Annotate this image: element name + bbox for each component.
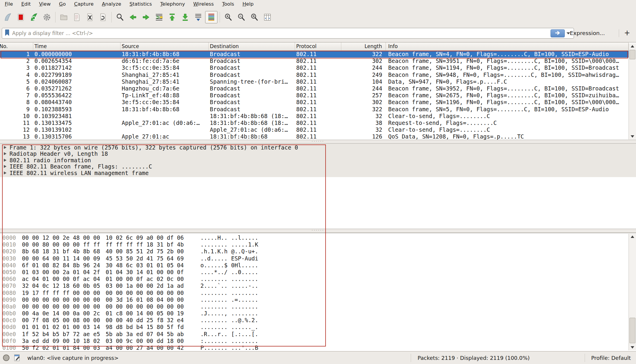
hex-row[interactable]: 00406f 01 08 82 84 8b 96 2430 48 6c 03 0… <box>2 262 636 269</box>
menu-file[interactable]: File <box>1 1 17 7</box>
hex-row[interactable]: 00b000 4a 0e 14 00 0a 00 2c01 c8 00 14 0… <box>2 310 636 317</box>
apply-filter-button[interactable] <box>551 29 565 37</box>
detail-bytes-splitter[interactable]: ······ <box>0 229 636 233</box>
scroll-down-button[interactable] <box>629 133 636 139</box>
stop-capture-button[interactable] <box>15 11 27 23</box>
hex-row[interactable]: 000000 00 12 00 2e 48 00 0010 02 6c 09 a… <box>2 234 636 241</box>
go-to-packet-button[interactable] <box>153 11 165 23</box>
list-detail-splitter[interactable]: ······ <box>0 140 636 144</box>
packet-list-scrollbar[interactable] <box>629 43 636 139</box>
expression-button[interactable]: Expression... <box>570 26 605 40</box>
display-filter-field[interactable] <box>2 28 574 39</box>
menu-view[interactable]: View <box>35 1 55 7</box>
auto-scroll-button[interactable] <box>192 11 204 23</box>
filter-bookmark-button[interactable] <box>2 29 12 38</box>
hex-dump: 000000 00 12 00 2e 48 00 0010 02 6c 09 a… <box>0 233 636 351</box>
packet-row[interactable]: 30.0118271423c:f5:cc:0e:35:84Broadcast80… <box>0 64 629 71</box>
go-last-packet-button[interactable] <box>179 11 191 23</box>
column-header-no[interactable]: No. <box>0 42 33 50</box>
hex-row[interactable]: 007032 04 0c 12 18 60 0b 0503 00 1a 00 0… <box>2 282 636 289</box>
hex-row[interactable]: 005001 03 00 00 2a 01 04 2f01 04 30 14 0… <box>2 269 636 276</box>
packet-row[interactable]: 50.024060087Shanghai_27:85:41Spanning-tr… <box>0 78 629 85</box>
expert-info-icon[interactable] <box>3 355 9 361</box>
main-toolbar <box>0 8 636 26</box>
scroll-up-button[interactable] <box>629 43 636 49</box>
status-bar: wlan0: <live capture in progress> Packet… <box>0 351 636 364</box>
hex-row[interactable]: 009000 00 00 00 00 00 00 0000 3d 16 01 0… <box>2 296 636 303</box>
menu-statistics[interactable]: Statistics <box>125 1 156 7</box>
column-header-source[interactable]: Source <box>120 42 209 50</box>
column-header-length[interactable]: Length <box>341 42 386 50</box>
zoom-original-button[interactable] <box>248 11 261 23</box>
scroll-up-button[interactable] <box>629 234 636 240</box>
detail-row[interactable]: Radiotap Header v0, Length 18 <box>0 151 636 157</box>
expander-icon[interactable] <box>4 165 7 168</box>
column-header-time[interactable]: Time <box>33 42 120 50</box>
add-filter-button[interactable]: + <box>622 26 632 40</box>
menu-help[interactable]: Help <box>238 1 258 7</box>
go-forward-button[interactable] <box>140 11 152 23</box>
hex-row[interactable]: 00f03a ed dd 09 00 10 18 0203 00 9c 00 0… <box>2 338 636 344</box>
close-file-button[interactable] <box>84 11 96 23</box>
filter-input[interactable] <box>12 30 551 36</box>
hex-scrollbar[interactable] <box>629 234 636 350</box>
expander-icon[interactable] <box>4 159 7 162</box>
menu-tools[interactable]: Tools <box>218 1 238 7</box>
resize-columns-button[interactable] <box>261 11 274 23</box>
reload-file-button[interactable] <box>97 11 109 23</box>
packet-row[interactable]: 10.00000000018:31:bf:4b:8b:68Broadcast80… <box>0 51 629 58</box>
detail-row[interactable]: IEEE 802.11 Beacon frame, Flags: .......… <box>0 163 636 170</box>
packet-row[interactable]: 60.035271262Hangzhou_cd:7a:6eBroadcast80… <box>0 85 629 92</box>
go-first-packet-button[interactable] <box>166 11 178 23</box>
start-capture-button[interactable] <box>1 11 14 23</box>
detail-row[interactable]: IEEE 802.11 wireless LAN management fram… <box>0 170 636 176</box>
save-file-button[interactable] <box>71 11 83 23</box>
packet-row[interactable]: 20.002654354d6:61:fe:cd:7a:6eBroadcast80… <box>0 58 629 64</box>
zoom-in-button[interactable] <box>222 11 234 23</box>
hex-row[interactable]: 001000 00 80 00 00 00 ff ffff ff ff ff 1… <box>2 241 636 248</box>
menu-capture[interactable]: Capture <box>70 1 98 7</box>
capture-options-button[interactable] <box>41 11 53 23</box>
menu-edit[interactable]: Edit <box>17 1 35 7</box>
detail-row[interactable]: Frame 1: 322 bytes on wire (2576 bits), … <box>0 144 636 151</box>
hex-row[interactable]: 00d001 01 01 02 01 00 03 1498 d8 bd b4 1… <box>2 324 636 330</box>
detail-row[interactable]: 802.11 radio information <box>0 157 636 163</box>
hex-row[interactable]: 00208b 68 18 31 bf 4b 8b 6840 00 85 51 2… <box>2 248 636 255</box>
hex-row[interactable]: 00e01f 52 b4 b5 b7 72 ae e55b ab 3a ed 0… <box>2 331 636 338</box>
colorize-button[interactable] <box>205 11 218 23</box>
column-header-destination[interactable]: Destination <box>209 42 295 50</box>
menu-wireless[interactable]: Wireless <box>189 1 218 7</box>
packet-row[interactable]: 90.10238859318:31:bf:4b:8b:68Broadcast80… <box>0 106 629 113</box>
packet-row[interactable]: 110.130133475Apple_27:01:ac (d0:a6:…18:3… <box>0 120 629 126</box>
find-packet-button[interactable] <box>114 11 126 23</box>
go-back-button[interactable] <box>127 11 139 23</box>
capture-comment-icon[interactable] <box>14 354 21 363</box>
expander-icon[interactable] <box>4 171 7 174</box>
profile-button[interactable]: Profile: Default <box>591 352 631 364</box>
column-header-protocol[interactable]: Protocol <box>295 42 341 50</box>
hex-row[interactable]: 003000 00 64 00 11 14 00 0945 53 50 2d 4… <box>2 255 636 262</box>
menu-go[interactable]: Go <box>55 1 70 7</box>
packet-row[interactable]: 40.022799189Shanghai_27:85:41Broadcast80… <box>0 71 629 78</box>
zoom-out-button[interactable] <box>235 11 248 23</box>
menu-telephony[interactable]: Telephony <box>156 1 189 7</box>
hex-row[interactable]: 010050 f2 02 01 01 84 00 03a4 00 00 27 a… <box>2 344 636 351</box>
open-file-button[interactable] <box>58 11 70 23</box>
hex-row[interactable]: 00c000 7f 08 05 00 08 00 0000 00 40 dd 2… <box>2 317 636 324</box>
packet-row[interactable]: 100.10392348118:31:bf:4b:8b:68 (18:…802.… <box>0 113 629 120</box>
scrollbar-thumb[interactable] <box>629 318 635 343</box>
hex-row[interactable]: 008019 17 ff ff ff 00 00 0000 00 00 00 0… <box>2 290 636 296</box>
scroll-down-button[interactable] <box>629 344 636 350</box>
restart-capture-button[interactable] <box>28 11 40 23</box>
menu-analyze[interactable]: Analyze <box>98 1 125 7</box>
column-header-info[interactable]: Info <box>386 42 629 50</box>
expander-icon[interactable] <box>4 152 7 155</box>
packet-row[interactable]: 70.055536422Tp-LinkT_ef:48:88Broadcast80… <box>0 92 629 99</box>
expander-icon[interactable] <box>4 146 7 149</box>
hex-row[interactable]: 0060ac 04 01 00 00 0f ac 0401 00 00 0f a… <box>2 276 636 282</box>
packet-row[interactable]: 130.130315706Apple_27:01:ac18:31:bf:4b:8… <box>0 133 629 140</box>
packet-row[interactable]: 80.0804437403e:f5:cc:0e:35:84Broadcast80… <box>0 99 629 106</box>
scrollbar-thumb[interactable] <box>629 50 635 59</box>
packet-row[interactable]: 120.130139102Apple_27:01:ac (d0:a6:…802.… <box>0 126 629 133</box>
hex-row[interactable]: 00a000 00 00 00 00 00 00 0000 00 00 00 0… <box>2 303 636 310</box>
